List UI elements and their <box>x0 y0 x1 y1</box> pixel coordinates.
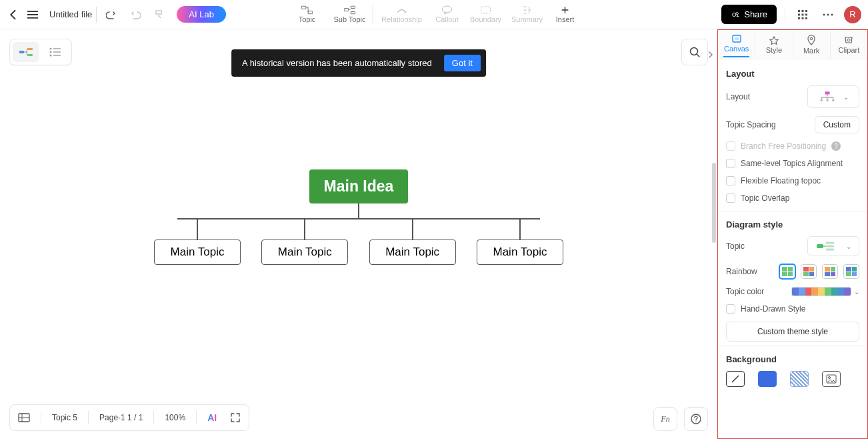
hand-drawn-label: Hand-Drawn Style <box>741 304 805 314</box>
same-level-label: Same-level Topics Alignment <box>741 159 843 168</box>
overlap-checkbox[interactable] <box>726 193 735 203</box>
scrollbar[interactable] <box>712 163 716 243</box>
back-button[interactable] <box>7 8 20 21</box>
custom-theme-button[interactable]: Custom theme style <box>726 322 859 342</box>
info-icon[interactable]: ? <box>831 141 841 151</box>
outline-view-button[interactable] <box>42 42 69 62</box>
branch-free-row: Branch Free Positioning ? <box>726 141 859 151</box>
tab-label: Canvas <box>724 45 749 53</box>
svg-rect-12 <box>805 10 807 12</box>
collapse-panel-button[interactable] <box>704 43 717 66</box>
svg-point-41 <box>832 99 835 102</box>
main-toolbar: Topic Sub Topic Relationship Callout Bou… <box>287 0 581 29</box>
topic-count: Topic 5 <box>49 413 80 422</box>
svg-rect-22 <box>19 51 24 53</box>
branches: Main Topic Main Topic Main Topic Main To… <box>145 220 572 265</box>
menu-button[interactable] <box>25 7 40 22</box>
tab-clipart[interactable]: Clipart <box>831 30 867 59</box>
chevron-down-icon: ⌄ <box>843 243 851 250</box>
topic-color-select[interactable]: ⌄ <box>791 287 859 296</box>
tool-summary[interactable]: Summary <box>508 0 547 29</box>
layout-select[interactable]: ⌄ <box>807 85 859 108</box>
canvas[interactable]: A historical version has been automatica… <box>0 29 717 439</box>
svg-point-21 <box>831 13 833 15</box>
format-painter-button[interactable] <box>150 5 169 24</box>
rainbow-option-1[interactable] <box>779 264 795 279</box>
file-title[interactable]: Untitled file <box>45 7 97 23</box>
tool-label: Summary <box>511 15 543 23</box>
svg-rect-11 <box>802 10 804 12</box>
ai-button[interactable]: AI <box>205 412 219 423</box>
rainbow-label: Rainbow <box>726 267 757 276</box>
tab-mark[interactable]: Mark <box>793 30 831 59</box>
tool-insert[interactable]: Insert <box>549 0 581 29</box>
tool-topic[interactable]: Topic <box>287 0 327 29</box>
zoom-level[interactable]: 100% <box>162 413 188 422</box>
topic-node[interactable]: Main Topic <box>369 240 456 265</box>
tool-label: Sub Topic <box>333 15 365 23</box>
svg-point-40 <box>826 99 829 102</box>
fn-button[interactable]: Fn <box>653 407 677 431</box>
toast-got-it-button[interactable]: Got it <box>444 55 481 71</box>
bg-image[interactable] <box>822 371 841 387</box>
tool-relationship[interactable]: Relationship <box>376 0 428 29</box>
main-idea-node[interactable]: Main Idea <box>309 169 408 203</box>
topic-node[interactable]: Main Topic <box>154 240 241 265</box>
svg-rect-13 <box>798 13 800 15</box>
tool-label: Topic <box>299 15 316 23</box>
mindmap-view-button[interactable] <box>13 42 39 62</box>
help-button[interactable] <box>684 407 708 431</box>
flexible-row: Flexible Floating topoc <box>726 176 859 185</box>
svg-rect-4 <box>351 6 355 8</box>
share-button[interactable]: Share <box>721 5 777 24</box>
topic-style-select[interactable]: ⌄ <box>807 236 859 256</box>
topic-spacing-button[interactable]: Custom <box>815 116 859 133</box>
svg-rect-35 <box>735 37 739 40</box>
svg-rect-3 <box>344 9 349 11</box>
chevron-down-icon: ⌄ <box>841 93 849 101</box>
tool-label: Relationship <box>381 15 422 23</box>
rainbow-option-3[interactable] <box>822 264 838 279</box>
svg-rect-10 <box>798 10 800 12</box>
branch-free-checkbox[interactable] <box>726 141 735 151</box>
share-label: Share <box>744 9 767 19</box>
redo-button[interactable] <box>126 5 145 24</box>
topic-node[interactable]: Main Topic <box>477 240 563 265</box>
fullscreen-button[interactable] <box>227 412 243 423</box>
bg-pattern[interactable] <box>790 371 809 387</box>
tab-label: Clipart <box>838 46 859 54</box>
separator <box>373 5 373 24</box>
section-layout-title: Layout <box>726 69 859 79</box>
bg-none[interactable] <box>726 371 745 387</box>
apps-button[interactable] <box>793 5 812 24</box>
svg-point-9 <box>736 12 739 15</box>
version-toast: A historical version has been automatica… <box>231 49 486 77</box>
tool-subtopic[interactable]: Sub Topic <box>330 0 370 29</box>
rainbow-options <box>779 264 859 279</box>
tab-style[interactable]: Style <box>755 30 793 59</box>
tool-callout[interactable]: Callout <box>431 0 464 29</box>
svg-rect-17 <box>802 17 804 19</box>
rainbow-option-2[interactable] <box>801 264 817 279</box>
svg-rect-0 <box>156 11 161 14</box>
ai-lab-button[interactable]: AI Lab <box>177 6 226 23</box>
tool-label: Insert <box>556 15 575 23</box>
rainbow-option-4[interactable] <box>843 264 859 279</box>
hand-drawn-checkbox[interactable] <box>726 304 735 314</box>
more-button[interactable] <box>819 5 837 24</box>
svg-rect-23 <box>27 48 33 50</box>
same-level-checkbox[interactable] <box>726 159 735 168</box>
toast-message: A historical version has been automatica… <box>242 58 432 68</box>
page-info[interactable]: Page-1 1 / 1 <box>97 413 145 422</box>
svg-point-29 <box>50 55 52 57</box>
topic-node[interactable]: Main Topic <box>261 240 348 265</box>
undo-button[interactable] <box>102 5 121 24</box>
bg-solid[interactable] <box>758 371 777 387</box>
branch-free-label: Branch Free Positioning <box>741 141 826 151</box>
overlap-row: Topic Overlap <box>726 193 859 203</box>
flexible-checkbox[interactable] <box>726 176 735 185</box>
tab-canvas[interactable]: Canvas <box>718 30 755 59</box>
user-avatar[interactable]: R <box>844 6 861 23</box>
tool-boundary[interactable]: Boundary <box>467 0 505 29</box>
outline-icon[interactable] <box>15 412 33 423</box>
